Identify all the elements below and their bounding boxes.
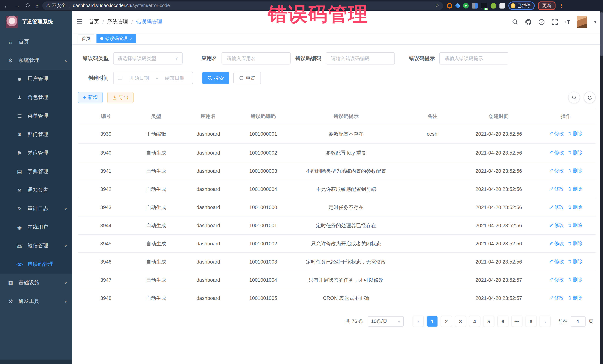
extension-icon[interactable]: [455, 3, 461, 8]
page-button[interactable]: 1: [427, 316, 438, 327]
edit-link[interactable]: 修改: [549, 258, 564, 265]
browser-menu-icon[interactable]: ⋮: [559, 3, 564, 8]
edit-link[interactable]: 修改: [549, 295, 564, 301]
delete-link[interactable]: 删除: [568, 222, 582, 228]
delete-link[interactable]: 删除: [568, 240, 582, 246]
sidebar-item-infrastructure[interactable]: ▦ 基础设施 ∨: [0, 274, 72, 292]
sidebar-item-online-users[interactable]: ◉ 在线用户: [0, 218, 72, 236]
sidebar-item-home[interactable]: ⌂ 首页: [0, 33, 72, 51]
edit-link[interactable]: 修改: [549, 222, 564, 228]
user-avatar[interactable]: [577, 16, 587, 28]
error-msg-input[interactable]: [439, 52, 508, 65]
error-type-select[interactable]: 请选择错误码类型 ∨: [113, 52, 183, 65]
bookmark-star-icon[interactable]: ☆: [435, 3, 439, 8]
sidebar-item-roles[interactable]: ♟ 角色管理: [0, 88, 72, 107]
edit-link[interactable]: 修改: [549, 167, 564, 174]
row-type: 自动生成: [134, 162, 178, 180]
tag-error-code[interactable]: 错误码管理 ×: [96, 34, 136, 43]
scrollbar-thumb[interactable]: [600, 12, 603, 56]
sidebar-item-posts[interactable]: ⚑ 岗位管理: [0, 144, 72, 162]
sidebar-item-users[interactable]: ☻ 用户管理: [0, 70, 72, 88]
avatar-caret-icon[interactable]: ▾: [594, 20, 596, 24]
toggle-search-button[interactable]: [568, 92, 580, 103]
edit-link[interactable]: 修改: [549, 276, 564, 283]
page-button[interactable]: 6: [498, 316, 508, 327]
page-button[interactable]: 3: [455, 316, 466, 327]
github-icon[interactable]: [525, 19, 531, 25]
profile-paused-badge[interactable]: 已暂停: [508, 1, 535, 10]
security-label[interactable]: 不安全: [52, 2, 66, 9]
sidebar-item-error-code[interactable]: </> 错误码管理: [0, 255, 72, 274]
row-type: 自动生成: [134, 180, 178, 198]
edit-link[interactable]: 修改: [549, 131, 564, 137]
sidebar-item-menus[interactable]: ☰ 菜单管理: [0, 107, 72, 125]
page-button[interactable]: 8: [526, 316, 536, 327]
help-icon[interactable]: ?: [538, 19, 545, 25]
sidebar-item-sms[interactable]: ☏ 短信管理 ∨: [0, 236, 72, 255]
forward-icon[interactable]: →: [14, 3, 20, 8]
page-scrollbar[interactable]: [600, 11, 603, 364]
goto-page-input[interactable]: [571, 316, 586, 327]
row-type: 自动生成: [134, 216, 178, 234]
page-ellipsis[interactable]: •••: [512, 316, 522, 327]
sidebar-item-notices[interactable]: ✉ 通知公告: [0, 181, 72, 199]
back-icon[interactable]: ←: [4, 3, 9, 8]
start-date-placeholder[interactable]: 开始日期: [126, 75, 153, 81]
search-icon[interactable]: [512, 19, 518, 25]
delete-link[interactable]: 删除: [568, 204, 582, 210]
page-button[interactable]: 5: [484, 316, 494, 327]
error-code-input[interactable]: [326, 52, 395, 65]
reload-icon[interactable]: [25, 3, 30, 8]
delete-link[interactable]: 删除: [568, 276, 582, 283]
delete-link[interactable]: 删除: [568, 258, 582, 265]
pencil-icon: [549, 187, 553, 191]
app-name-input[interactable]: [221, 52, 290, 65]
edit-link[interactable]: 修改: [549, 204, 564, 210]
delete-link[interactable]: 删除: [568, 131, 582, 137]
hamburger-icon[interactable]: ☰: [77, 18, 83, 26]
page-size-select[interactable]: 10条/页 ∨: [368, 316, 404, 327]
extension-icon[interactable]: v: [463, 3, 469, 8]
extensions-puzzle-icon[interactable]: [499, 3, 505, 8]
reset-button[interactable]: 重置: [233, 72, 261, 84]
next-page-button[interactable]: ›: [540, 316, 550, 327]
add-button[interactable]: + 新增: [78, 92, 103, 103]
prev-page-button[interactable]: ‹: [413, 316, 423, 327]
sidebar-item-audit-log[interactable]: ✎ 审计日志 ∨: [0, 199, 72, 218]
row-id: 3941: [78, 162, 134, 180]
edit-link[interactable]: 修改: [549, 149, 564, 156]
page-button[interactable]: 4: [469, 316, 480, 327]
font-size-icon[interactable]: TT: [565, 19, 570, 25]
export-button[interactable]: 导出: [107, 92, 134, 103]
sidebar-item-system[interactable]: ⚙ 系统管理 ∧: [0, 51, 72, 70]
extension-icon[interactable]: [472, 3, 477, 8]
sidebar-item-dev-tools[interactable]: ⚒ 研发工具 ∨: [0, 292, 72, 311]
breadcrumb-home[interactable]: 首页: [89, 19, 99, 25]
breadcrumb-section[interactable]: 系统管理: [107, 19, 128, 25]
row-code: 1001000001: [238, 124, 288, 144]
tag-close-icon[interactable]: ×: [130, 36, 132, 41]
edit-link[interactable]: 修改: [549, 240, 564, 246]
delete-link[interactable]: 删除: [568, 186, 582, 192]
browser-update-button[interactable]: 更新: [538, 1, 556, 10]
sidebar-item-departments[interactable]: ♜ 部门管理: [0, 125, 72, 144]
end-date-placeholder[interactable]: 结束日期: [161, 75, 188, 81]
search-button[interactable]: 搜索: [202, 72, 229, 84]
delete-link[interactable]: 删除: [568, 149, 582, 156]
date-range-picker[interactable]: 开始日期 - 结束日期: [113, 72, 193, 84]
fullscreen-icon[interactable]: [552, 19, 558, 25]
extension-icon[interactable]: [447, 3, 452, 8]
app-logo-row[interactable]: 芋道管理系统: [0, 11, 72, 33]
address-bar[interactable]: ⚠ 不安全 dashboard.yudao.iocoder.cn /system…: [42, 1, 443, 10]
delete-link[interactable]: 删除: [568, 295, 582, 301]
extension-icon[interactable]: [491, 3, 496, 8]
home-icon[interactable]: ⌂: [35, 3, 39, 8]
refresh-button[interactable]: [584, 92, 596, 103]
edit-link[interactable]: 修改: [549, 186, 564, 192]
tag-home[interactable]: 首页: [78, 34, 94, 43]
sidebar-item-dictionary[interactable]: ▤ 字典管理: [0, 162, 72, 181]
extension-icon[interactable]: [481, 2, 487, 9]
delete-link[interactable]: 删除: [568, 167, 582, 174]
url-host: dashboard.yudao.iocoder.cn: [73, 3, 131, 8]
page-button[interactable]: 2: [441, 316, 452, 327]
